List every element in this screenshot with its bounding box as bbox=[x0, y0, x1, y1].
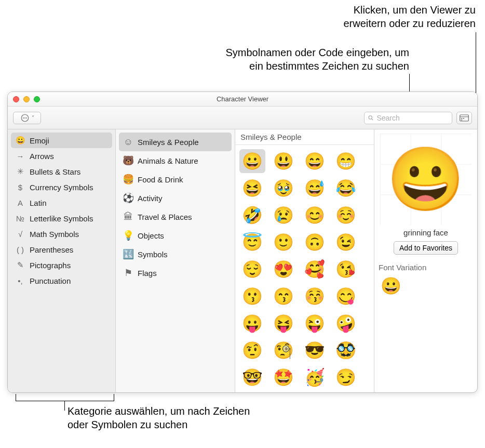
emoji-cell[interactable]: 🥸 bbox=[333, 338, 359, 362]
emoji-cell[interactable]: 😍 bbox=[271, 257, 297, 281]
character-grid-panel: Smileys & People 😀😃😄😁😆🥹😅😂🤣😢😊☺️😇🙂🙃😉😌😍🥰😘😗😙… bbox=[235, 129, 374, 392]
emoji-cell[interactable]: 😆 bbox=[239, 176, 265, 200]
subcat-item-smileys-people[interactable]: ☺Smileys & People bbox=[119, 133, 232, 151]
emoji-cell[interactable]: 🧐 bbox=[271, 338, 297, 362]
sidebar-item-pictographs[interactable]: ✎Pictographs bbox=[11, 257, 112, 273]
emoji-cell[interactable]: 😁 bbox=[333, 149, 359, 173]
emoji-cell[interactable]: 😅 bbox=[302, 176, 328, 200]
emoji-cell[interactable]: 😗 bbox=[239, 284, 265, 308]
minimize-window-button[interactable] bbox=[23, 96, 30, 102]
font-variation-cell[interactable]: 😀 bbox=[381, 276, 401, 295]
letterlike-symbols-icon: № bbox=[15, 213, 25, 223]
window-controls bbox=[13, 96, 40, 102]
emoji-cell[interactable]: 😢 bbox=[271, 203, 297, 227]
emoji-cell[interactable]: ☺️ bbox=[333, 203, 359, 227]
sidebar-item-arrows[interactable]: →Arrows bbox=[11, 148, 112, 164]
emoji-cell[interactable]: 😋 bbox=[333, 284, 359, 308]
emoji-cell[interactable]: 😉 bbox=[333, 230, 359, 254]
callout-search: Symbolnamen oder Code eingeben, um ein b… bbox=[225, 46, 409, 73]
subcat-item-flags[interactable]: ⚑Flags bbox=[119, 263, 232, 282]
emoji-cell[interactable]: 😇 bbox=[239, 230, 265, 254]
emoji-cell[interactable]: 😀 bbox=[239, 149, 265, 173]
emoji-cell[interactable]: 😏 bbox=[333, 365, 359, 389]
character-viewer-window: Character Viewer ˅ bbox=[7, 91, 478, 393]
punctuation-icon: •, bbox=[15, 275, 25, 286]
symbols-icon: 🔣 bbox=[123, 249, 133, 259]
emoji-cell[interactable]: 😙 bbox=[271, 284, 297, 308]
zoom-window-button[interactable] bbox=[34, 96, 40, 102]
chevron-down-icon: ˅ bbox=[32, 115, 34, 121]
sidebar-item-parentheses[interactable]: ( )Parentheses bbox=[11, 242, 112, 257]
callout-expand: Klicken, um den Viewer zu erweitern oder… bbox=[343, 3, 476, 30]
subcat-item-animals-nature[interactable]: 🐻Animals & Nature bbox=[119, 151, 232, 170]
emoji-cell[interactable]: 😚 bbox=[302, 284, 328, 308]
subcat-item-label: Flags bbox=[138, 269, 157, 278]
sidebar-item-label: Pictographs bbox=[30, 261, 71, 270]
emoji-cell[interactable]: 🥹 bbox=[271, 176, 297, 200]
subcat-item-label: Food & Drink bbox=[138, 175, 183, 184]
sidebar-item-label: Bullets & Stars bbox=[30, 167, 80, 176]
titlebar: Character Viewer bbox=[8, 92, 477, 107]
bullets-stars-icon: ✳ bbox=[15, 166, 25, 177]
sidebar-item-letterlike-symbols[interactable]: №Letterlike Symbols bbox=[11, 210, 112, 226]
math-symbols-icon: √ bbox=[15, 229, 25, 239]
grid-header: Smileys & People bbox=[235, 129, 374, 145]
sidebar-item-label: Arrows bbox=[30, 152, 54, 161]
search-input[interactable] bbox=[376, 114, 449, 122]
callout-category: Kategorie auswählen, um nach Zeichen ode… bbox=[68, 404, 250, 431]
emoji-cell[interactable]: 😜 bbox=[302, 311, 328, 335]
sidebar-item-math-symbols[interactable]: √Math Symbols bbox=[11, 226, 112, 242]
emoji-cell[interactable]: 😌 bbox=[239, 257, 265, 281]
expand-collapse-button[interactable] bbox=[456, 112, 472, 124]
pictographs-icon: ✎ bbox=[15, 260, 25, 270]
subcat-item-objects[interactable]: 💡Objects bbox=[119, 226, 232, 245]
sidebar-item-punctuation[interactable]: •,Punctuation bbox=[11, 273, 112, 288]
subcat-item-travel-places[interactable]: 🏛Travel & Places bbox=[119, 207, 232, 226]
sidebar-item-latin[interactable]: ALatin bbox=[11, 195, 112, 210]
smileys-people-icon: ☺ bbox=[123, 137, 133, 147]
subcat-item-food-drink[interactable]: 🍔Food & Drink bbox=[119, 170, 232, 189]
sidebar-item-label: Emoji bbox=[30, 136, 49, 145]
emoji-cell[interactable]: 😊 bbox=[302, 203, 328, 227]
close-window-button[interactable] bbox=[13, 96, 19, 102]
emoji-cell[interactable]: 🙃 bbox=[302, 230, 328, 254]
emoji-cell[interactable]: 😂 bbox=[333, 176, 359, 200]
emoji-cell[interactable]: 😘 bbox=[333, 257, 359, 281]
add-to-favorites-button[interactable]: Add to Favorites bbox=[394, 241, 458, 255]
callout-line bbox=[64, 401, 65, 411]
emoji-cell[interactable]: 🥳 bbox=[302, 365, 328, 389]
sidebar-item-currency-symbols[interactable]: $Currency Symbols bbox=[11, 179, 112, 195]
search-field[interactable] bbox=[364, 112, 452, 124]
activity-icon: ⚽ bbox=[123, 193, 133, 203]
emoji-cell[interactable]: 😃 bbox=[271, 149, 297, 173]
content-area: 😀Emoji→Arrows✳Bullets & Stars$Currency S… bbox=[8, 129, 477, 392]
emoji-cell[interactable]: 😎 bbox=[302, 338, 328, 362]
sidebar-item-bullets-stars[interactable]: ✳Bullets & Stars bbox=[11, 164, 112, 179]
emoji-cell[interactable]: 😛 bbox=[239, 311, 265, 335]
subcat-item-activity[interactable]: ⚽Activity bbox=[119, 189, 232, 207]
subcategory-sidebar: ☺Smileys & People🐻Animals & Nature🍔Food … bbox=[116, 129, 235, 392]
emoji-cell[interactable]: 😄 bbox=[302, 149, 328, 173]
emoji-cell[interactable]: 😝 bbox=[271, 311, 297, 335]
svg-rect-10 bbox=[461, 120, 462, 121]
emoji-cell[interactable]: 🤩 bbox=[271, 365, 297, 389]
options-dropdown[interactable]: ˅ bbox=[13, 112, 41, 124]
animals-nature-icon: 🐻 bbox=[123, 155, 133, 166]
ellipsis-circle-icon bbox=[20, 113, 30, 123]
viewer-toggle-icon bbox=[460, 114, 469, 122]
emoji-cell[interactable]: 🤓 bbox=[239, 365, 265, 389]
currency-symbols-icon: $ bbox=[15, 182, 25, 192]
emoji-cell[interactable]: 🤨 bbox=[239, 338, 265, 362]
subcat-item-symbols[interactable]: 🔣Symbols bbox=[119, 245, 232, 263]
emoji-cell[interactable]: 🥰 bbox=[302, 257, 328, 281]
subcat-item-label: Activity bbox=[138, 194, 163, 203]
emoji-cell[interactable]: 🤪 bbox=[333, 311, 359, 335]
sidebar-item-emoji[interactable]: 😀Emoji bbox=[11, 133, 112, 148]
sidebar-item-label: Parentheses bbox=[30, 245, 73, 254]
subcat-item-label: Smileys & People bbox=[138, 138, 199, 147]
emoji-cell[interactable]: 🙂 bbox=[271, 230, 297, 254]
svg-point-3 bbox=[26, 117, 27, 118]
emoji-cell[interactable]: 🤣 bbox=[239, 203, 265, 227]
subcat-item-label: Animals & Nature bbox=[138, 156, 198, 165]
arrows-icon: → bbox=[15, 151, 25, 161]
